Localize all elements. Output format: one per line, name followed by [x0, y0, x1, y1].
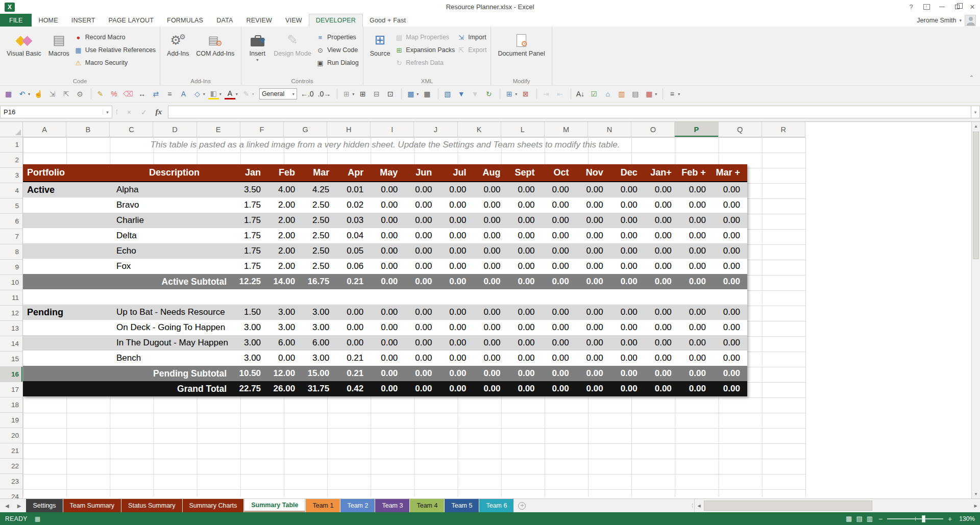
- column-header-e[interactable]: E: [197, 122, 240, 137]
- row-header-6[interactable]: 6: [0, 214, 23, 229]
- sheet-tab-summary-charts[interactable]: Summary Charts: [183, 499, 244, 512]
- file-tab[interactable]: FILE: [0, 14, 32, 27]
- view-code-button[interactable]: ⊙View Code: [316, 45, 359, 55]
- properties-button[interactable]: ≡Properties: [316, 32, 359, 42]
- toolbar-update-external-data-button[interactable]: ⌂: [602, 89, 613, 99]
- toolbar-format-as-table-button[interactable]: ▦▾: [644, 89, 657, 99]
- toolbar-decrease-decimal-button[interactable]: .0→: [317, 89, 332, 99]
- menu-tab-good-fast[interactable]: Good + Fast: [363, 14, 412, 27]
- toolbar-delete-cells-button[interactable]: ⊠: [520, 89, 531, 99]
- macros-button[interactable]: ▤ Macros: [46, 29, 72, 59]
- toolbar-more-commands-button[interactable]: ≡▾: [667, 89, 680, 99]
- zoom-slider-thumb[interactable]: [922, 515, 925, 522]
- column-header-f[interactable]: F: [240, 122, 284, 137]
- row-header-19[interactable]: 19: [0, 413, 23, 428]
- help-button[interactable]: ?: [903, 0, 919, 14]
- column-header-r[interactable]: R: [762, 122, 805, 137]
- toolbar-paste-values-button[interactable]: ⇲: [47, 89, 58, 99]
- column-header-l[interactable]: L: [501, 122, 545, 137]
- row-header-22[interactable]: 22: [0, 459, 23, 474]
- column-header-b[interactable]: B: [66, 122, 110, 137]
- run-dialog-button[interactable]: ▣Run Dialog: [316, 58, 359, 68]
- toolbar-clear-filter-button[interactable]: ▼: [470, 89, 480, 99]
- toolbar-eraser-button[interactable]: ⌫: [122, 89, 134, 99]
- page-layout-view-icon[interactable]: ▤: [856, 515, 862, 522]
- row-header-5[interactable]: 5: [0, 198, 23, 214]
- sheet-tab-team-2[interactable]: Team 2: [340, 499, 375, 512]
- import-button[interactable]: ⇲Import: [457, 32, 486, 42]
- toolbar-cell-shading-button[interactable]: ▩▾: [405, 89, 419, 99]
- column-header-o[interactable]: O: [631, 122, 675, 137]
- formula-bar-expand-icon[interactable]: ▾: [971, 106, 980, 118]
- formula-input[interactable]: [168, 106, 971, 118]
- toolbar-sort-ascending-button[interactable]: A↓: [575, 89, 585, 99]
- toolbar-print-preview-zoom-button[interactable]: ⊙: [75, 89, 85, 99]
- macro-security-button[interactable]: ⚠Macro Security: [74, 58, 156, 68]
- toolbar-paste-link-button[interactable]: ⇱: [61, 89, 71, 99]
- row-header-1[interactable]: 1: [0, 137, 23, 153]
- row-header-24[interactable]: 24: [0, 489, 23, 498]
- normal-view-icon[interactable]: ▦: [846, 515, 852, 522]
- account-area[interactable]: Jerome Smith ▾: [917, 14, 980, 27]
- toolbar-filter-table-button[interactable]: ▧: [442, 89, 453, 99]
- document-panel-button[interactable]: ⚙ Document Panel: [495, 29, 547, 59]
- row-header-9[interactable]: 9: [0, 260, 23, 275]
- expansion-packs-button[interactable]: ⊞Expansion Packs: [395, 45, 455, 55]
- sheet-tab-summary-table[interactable]: Summary Table: [244, 499, 305, 512]
- menu-tab-developer[interactable]: DEVELOPER: [309, 14, 363, 27]
- row-header-12[interactable]: 12: [0, 306, 23, 321]
- menu-tab-insert[interactable]: INSERT: [65, 14, 102, 27]
- toolbar-touch-mode-button[interactable]: ☝: [33, 89, 44, 99]
- row-header-10[interactable]: 10: [0, 275, 23, 290]
- toolbar-insert-copied-cells-button[interactable]: ⇄: [151, 89, 161, 99]
- toolbar-font-color-button[interactable]: A▾: [225, 89, 238, 99]
- column-header-h[interactable]: H: [327, 122, 371, 137]
- menu-tab-page-layout[interactable]: PAGE LAYOUT: [102, 14, 161, 27]
- row-header-8[interactable]: 8: [0, 244, 23, 260]
- com-add-ins-button[interactable]: ▤⚙ COM Add-Ins: [193, 29, 237, 59]
- column-header-i[interactable]: I: [371, 122, 414, 137]
- toolbar-shapes-button[interactable]: ◇▾: [192, 89, 205, 99]
- toolbar-insert-cells-button[interactable]: ⊞▾: [504, 89, 517, 99]
- column-header-j[interactable]: J: [414, 122, 457, 137]
- sheet-tab-team-5[interactable]: Team 5: [445, 499, 479, 512]
- add-ins-button[interactable]: ⚙⚙ Add-Ins: [164, 29, 191, 59]
- row-header-4[interactable]: 4: [0, 183, 23, 198]
- row-header-18[interactable]: 18: [0, 397, 23, 413]
- sheet-tab-team-summary[interactable]: Team Summary: [63, 499, 121, 512]
- close-button[interactable]: ×: [965, 0, 980, 14]
- toolbar-format-painter-button[interactable]: ✎: [95, 89, 106, 99]
- new-sheet-button[interactable]: +: [518, 499, 526, 512]
- toolbar-inside-borders-button[interactable]: ⊟: [371, 89, 382, 99]
- scroll-right-icon[interactable]: ▶: [971, 504, 980, 508]
- scroll-left-icon[interactable]: ◀: [695, 504, 703, 508]
- toolbar-print-button[interactable]: ▤: [630, 89, 641, 99]
- toolbar-data-validation-button[interactable]: ☑: [589, 89, 599, 99]
- toolbar-all-borders-button[interactable]: ⊞: [357, 89, 368, 99]
- row-header-3[interactable]: 3: [0, 168, 23, 183]
- sheet-tab-team-6[interactable]: Team 6: [479, 499, 513, 512]
- toolbar-text-box-button[interactable]: A: [178, 89, 189, 99]
- zoom-in-button[interactable]: +: [947, 515, 952, 523]
- row-header-13[interactable]: 13: [0, 321, 23, 336]
- insert-controls-button[interactable]: ⚒ Insert ▾: [246, 29, 269, 64]
- number-format-combo[interactable]: General▾: [259, 88, 297, 99]
- toolbar-fill-color-button[interactable]: ◧▾: [208, 89, 222, 99]
- worksheet[interactable]: ABCDEFGHIJKLMNOPQR 123456789101112131415…: [0, 122, 980, 498]
- record-macro-button[interactable]: ●Record Macro: [74, 32, 156, 42]
- name-box-dropdown-icon[interactable]: ▾: [103, 110, 112, 115]
- toolbar-edit-pen-button[interactable]: ✎▾: [241, 89, 254, 99]
- row-header-14[interactable]: 14: [0, 336, 23, 352]
- menu-tab-view[interactable]: VIEW: [279, 14, 309, 27]
- page-break-view-icon[interactable]: ▥: [867, 515, 873, 522]
- horizontal-scroll-thumb[interactable]: [704, 501, 872, 511]
- toolbar-undo-button[interactable]: ↶▾: [17, 89, 30, 99]
- toolbar-borders-button[interactable]: ⊞▾: [341, 89, 354, 99]
- toolbar-refresh-data-button[interactable]: ↻: [483, 89, 494, 99]
- sheet-tab-team-4[interactable]: Team 4: [410, 499, 444, 512]
- restore-button[interactable]: [949, 0, 965, 14]
- toolbar-increase-decimal-button[interactable]: ←.0: [300, 89, 314, 99]
- sheet-tab-settings[interactable]: Settings: [26, 499, 62, 512]
- menu-tab-data[interactable]: DATA: [210, 14, 239, 27]
- row-header-15[interactable]: 15: [0, 352, 23, 367]
